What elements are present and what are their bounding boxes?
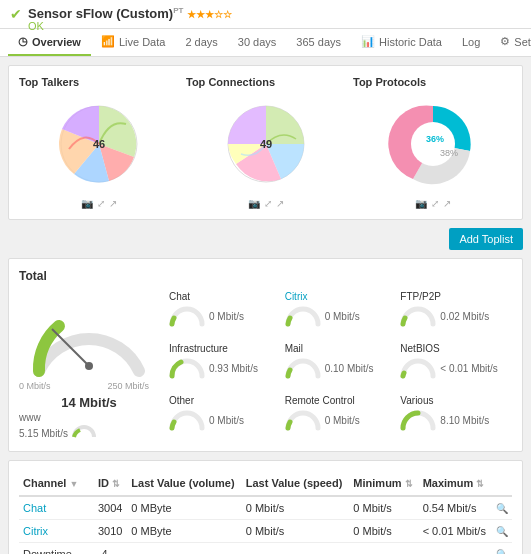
td-channel: Citrix [19,520,94,543]
settings-icon: ⚙ [500,35,510,48]
camera-icon[interactable]: 📷 [81,198,93,209]
header: ✔ Sensor sFlow (Custom)PT ★★★☆☆ OK [0,0,531,29]
tab-overview[interactable]: ◷ Overview [8,29,91,56]
td-last-speed: 0 Mbit/s [242,520,350,543]
td-search-icon[interactable]: 🔍 [492,496,512,520]
gauge-max-label: 250 Mbit/s [107,381,149,391]
td-min: 0 Mbit/s [349,520,418,543]
tab-settings-label: Settings [514,36,531,48]
status-check-icon: ✔ [10,6,22,22]
expand-icon-3[interactable]: ⤢ [431,198,439,209]
top-connections-card: Top Connections 49 📷 ⤢ ↗ [186,76,345,209]
mini-gauges-grid: Chat 0 Mbit/s Citrix [169,291,512,441]
td-max [419,543,492,555]
col-last-speed[interactable]: Last Value (speed) [242,471,350,496]
export-icon-3[interactable]: ↗ [443,198,451,209]
mini-gauge-other-val: 0 Mbit/s [209,415,244,426]
export-icon[interactable]: ↗ [109,198,117,209]
td-search-icon[interactable]: 🔍 [492,520,512,543]
mini-gauge-chat-val: 0 Mbit/s [209,311,244,322]
td-last-vol: 0 MByte [127,520,241,543]
td-id: -4 [94,543,127,555]
tab-30days-label: 30 days [238,36,277,48]
top-talkers-chart: 46 [19,94,178,194]
gauge-speed-value: 5.15 Mbit/s [19,428,68,439]
live-data-icon: 📶 [101,35,115,48]
mini-gauge-infra-label: Infrastructure [169,343,281,354]
mini-gauge-citrix-val: 0 Mbit/s [325,311,360,322]
top-protocols-card: Top Protocols 36% 38% 📷 ⤢ [353,76,512,209]
td-id: 3004 [94,496,127,520]
mini-gauge-various-label: Various [400,395,512,406]
max-sort-icon[interactable]: ⇅ [476,479,484,489]
channel-link[interactable]: Citrix [23,525,48,537]
table-row: Downtime -4 🔍 [19,543,512,555]
tab-historic[interactable]: 📊 Historic Data [351,29,452,56]
tab-log[interactable]: Log [452,29,490,56]
sensor-superscript: PT [173,6,183,15]
mini-gauge-mail-val: 0.10 Mbit/s [325,363,374,374]
camera-icon-2[interactable]: 📷 [248,198,260,209]
col-last-vol[interactable]: Last Value (volume) [127,471,241,496]
add-toplist-button[interactable]: Add Toplist [449,228,523,250]
td-search-icon[interactable]: 🔍 [492,543,512,555]
top-connections-chart: 49 [186,94,345,194]
td-max: < 0.01 Mbit/s [419,520,492,543]
channel-link[interactable]: Chat [23,502,46,514]
mini-gauge-netbios: NetBIOS < 0.01 Mbit/s [400,343,512,389]
mini-gauge-remote-label: Remote Control [285,395,397,406]
min-sort-icon[interactable]: ⇅ [405,479,413,489]
td-min [349,543,418,555]
nav-tabs: ◷ Overview 📶 Live Data 2 days 30 days 36… [0,29,531,57]
mini-gauge-remote: Remote Control 0 Mbit/s [285,395,397,441]
col-min[interactable]: Minimum ⇅ [349,471,418,496]
td-last-vol [127,543,241,555]
citrix-link[interactable]: Citrix [285,291,308,302]
mini-gauge-chat-label: Chat [169,291,281,302]
historic-icon: 📊 [361,35,375,48]
top-protocols-icons: 📷 ⤢ ↗ [353,198,512,209]
table-section: Channel ▼ ID ⇅ Last Value (volume) Last … [8,460,523,554]
sensor-status: OK [28,20,44,32]
sensor-title: Sensor sFlow (Custom)PT ★★★☆☆ [28,6,232,21]
id-sort-icon[interactable]: ⇅ [112,479,120,489]
mini-gauge-citrix-label: Citrix [285,291,397,302]
channel-sort-icon[interactable]: ▼ [69,479,78,489]
mini-gauge-various: Various 8.10 Mbit/s [400,395,512,441]
gauge-min-label: 0 Mbit/s [19,381,51,391]
top-protocols-chart: 36% 38% [353,94,512,194]
top-talkers-title: Top Talkers [19,76,178,88]
gauge-sub-label: www [19,412,41,423]
tab-historic-label: Historic Data [379,36,442,48]
col-actions [492,471,512,496]
export-icon-2[interactable]: ↗ [276,198,284,209]
gauge-content: 0 Mbit/s 250 Mbit/s 14 Mbit/s www 5.15 M… [19,291,512,441]
mini-gauge-infra: Infrastructure 0.93 Mbit/s [169,343,281,389]
mini-gauge-mail: Mail 0.10 Mbit/s [285,343,397,389]
col-id-label: ID [98,477,109,489]
col-channel[interactable]: Channel ▼ [19,471,94,496]
sensor-stars: ★★★☆☆ [187,10,232,21]
mini-gauge-other: Other 0 Mbit/s [169,395,281,441]
svg-point-8 [85,362,93,370]
mini-gauge-various-val: 8.10 Mbit/s [440,415,489,426]
col-id[interactable]: ID ⇅ [94,471,127,496]
table-row: Chat 3004 0 MByte 0 Mbit/s 0 Mbit/s 0.54… [19,496,512,520]
tab-2days[interactable]: 2 days [175,29,227,56]
expand-icon[interactable]: ⤢ [97,198,105,209]
td-last-vol: 0 MByte [127,496,241,520]
add-toplist-row: Add Toplist [8,228,523,250]
col-max[interactable]: Maximum ⇅ [419,471,492,496]
gauge-range: 0 Mbit/s 250 Mbit/s [19,381,149,391]
td-channel: Chat [19,496,94,520]
tab-365days[interactable]: 365 days [286,29,351,56]
tab-settings[interactable]: ⚙ Settings [490,29,531,56]
svg-text:46: 46 [92,138,104,150]
gauge-value: 14 Mbit/s [19,395,159,410]
svg-text:36%: 36% [426,134,444,144]
sensor-name: Sensor sFlow (Custom) [28,7,173,22]
camera-icon-3[interactable]: 📷 [415,198,427,209]
expand-icon-2[interactable]: ⤢ [264,198,272,209]
tab-30days[interactable]: 30 days [228,29,287,56]
tab-live-data[interactable]: 📶 Live Data [91,29,175,56]
